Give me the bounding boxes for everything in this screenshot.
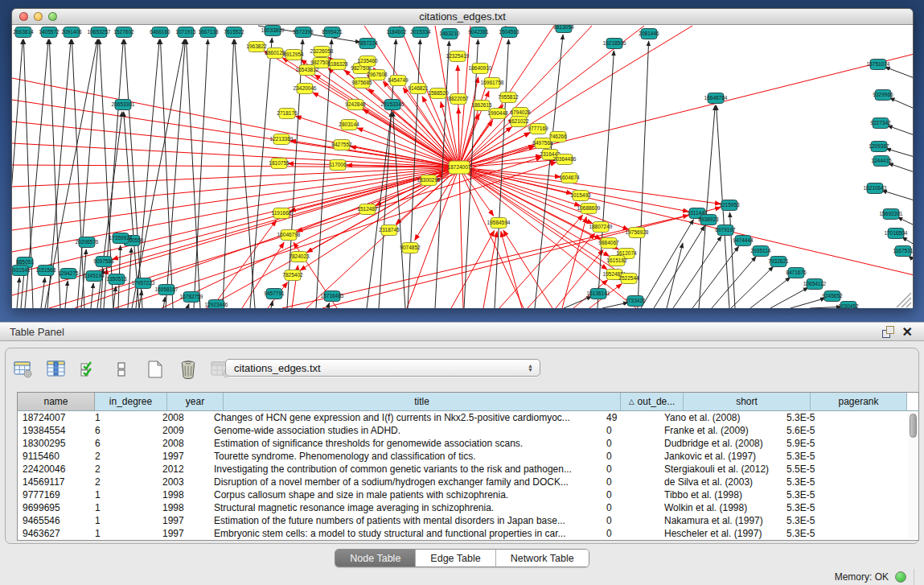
graph-edge[interactable] xyxy=(885,67,913,78)
table-cell[interactable]: 2012 xyxy=(158,463,209,475)
graph-edge[interactable] xyxy=(699,105,715,308)
table-cell[interactable]: 0 xyxy=(602,425,659,436)
table-row[interactable]: 946554611997Estimation of the future num… xyxy=(18,514,918,527)
graph-edge[interactable] xyxy=(458,108,459,167)
table-cell[interactable]: Hescheler et al. (1997) xyxy=(659,528,782,539)
graph-node[interactable]: 18640910 xyxy=(469,64,492,74)
graph-edge[interactable] xyxy=(459,26,592,167)
graph-edge[interactable] xyxy=(223,39,234,308)
table-row[interactable]: 1938455462009Genome-wide association stu… xyxy=(18,424,918,437)
graph-node[interactable]: 8186328 xyxy=(327,60,348,70)
graph-edge[interactable] xyxy=(499,215,583,308)
graph-node[interactable]: 16046798 xyxy=(277,230,301,241)
table-row[interactable]: 1830029562008Estimation of significance … xyxy=(18,437,918,450)
graph-node[interactable]: 1345194 xyxy=(84,271,105,282)
graph-node[interactable]: 20364486 xyxy=(553,154,577,165)
graph-edge[interactable] xyxy=(556,250,603,308)
table-cell[interactable]: 5.3E-5 xyxy=(782,451,873,462)
window-resize-grip[interactable] xyxy=(897,293,911,307)
graph-node[interactable]: 19218506 xyxy=(603,39,626,49)
table-cell[interactable]: Wolkin et al. (1998) xyxy=(659,502,782,513)
graph-edge[interactable] xyxy=(128,248,131,308)
graph-edge[interactable] xyxy=(889,98,913,109)
table-cell[interactable]: 2008 xyxy=(158,438,209,449)
graph-node[interactable]: 2663814 xyxy=(13,27,34,38)
graph-edge[interactable] xyxy=(287,39,302,308)
graph-node[interactable]: 20653301 xyxy=(112,100,135,110)
table-cell[interactable]: Structural magnetic resonance image aver… xyxy=(209,502,602,513)
table-cell[interactable]: 1 xyxy=(90,502,158,513)
graph-edge[interactable] xyxy=(162,133,530,308)
stacked-rows-button[interactable] xyxy=(111,359,133,380)
table-row[interactable]: 911546021997Tourette syndrome. Phenomeno… xyxy=(18,450,918,463)
graph-node[interactable]: 7824023 xyxy=(289,252,310,262)
float-panel-icon[interactable] xyxy=(882,326,894,338)
graph-node[interactable]: 16961758 xyxy=(481,78,504,89)
table-cell[interactable]: 2008 xyxy=(158,412,209,423)
column-header-out_de[interactable]: △out_de... xyxy=(621,393,684,410)
graph-node[interactable]: 16136141 xyxy=(587,289,610,299)
table-cell[interactable]: 14569117 xyxy=(18,476,90,488)
graph-node[interactable]: 18807249 xyxy=(589,222,613,233)
table-row[interactable]: 1456911722003Disruption of a novel membe… xyxy=(18,476,918,488)
graph-edge[interactable] xyxy=(271,301,273,308)
graph-node[interactable]: 117006 xyxy=(329,160,347,171)
graph-edge[interactable] xyxy=(641,220,693,308)
graph-edge[interactable] xyxy=(72,39,84,308)
table-cell[interactable]: 5.3E-5 xyxy=(782,489,873,501)
graph-node[interactable]: 12325419 xyxy=(446,51,470,62)
table-cell[interactable]: 1 xyxy=(90,489,158,501)
table-cell[interactable]: Jankovic et al. (1997) xyxy=(659,451,782,462)
table-cell[interactable]: 1 xyxy=(90,412,158,423)
graph-node[interactable]: 1071915 xyxy=(175,27,196,38)
table-cell[interactable]: 0 xyxy=(602,476,659,488)
graph-node[interactable]: 8813054 xyxy=(553,25,574,33)
table-cell[interactable]: Investigating the contribution of common… xyxy=(209,463,602,475)
graph-node[interactable]: 1244415 xyxy=(871,156,892,167)
graph-node[interactable]: 15751074 xyxy=(867,60,890,70)
graph-node[interactable]: 1209387 xyxy=(869,142,889,152)
table-cell[interactable]: Embryonic stem cells: a model to study s… xyxy=(209,528,602,539)
graph-node[interactable]: 1151568 xyxy=(36,266,56,276)
show-columns-button[interactable] xyxy=(45,359,68,380)
graph-node[interactable]: 1588520 xyxy=(428,89,449,99)
table-cell[interactable]: 0 xyxy=(602,451,659,462)
table-row[interactable]: 946362711997Embryonic stem cells: a mode… xyxy=(18,527,918,540)
graph-edge[interactable] xyxy=(77,39,98,308)
table-cell[interactable]: Estimation of the future numbers of pati… xyxy=(209,515,602,526)
table-cell[interactable]: 5.6E-5 xyxy=(782,425,873,436)
graph-node[interactable]: 15716485 xyxy=(321,291,344,302)
table-cell[interactable]: 0 xyxy=(602,515,659,526)
close-panel-icon[interactable]: ✕ xyxy=(902,326,913,338)
graph-edge[interactable] xyxy=(654,226,704,308)
graph-edge[interactable] xyxy=(882,191,913,200)
graph-edge[interactable] xyxy=(41,278,45,308)
graph-node[interactable]: 17957223 xyxy=(132,278,155,289)
tab-network-table[interactable]: Network Table xyxy=(496,550,589,566)
table-cell[interactable]: 19384554 xyxy=(18,425,90,436)
table-cell[interactable]: 1 xyxy=(90,515,158,526)
graph-edge[interactable] xyxy=(132,39,184,308)
graph-edge[interactable] xyxy=(810,307,841,308)
graph-edge[interactable] xyxy=(503,230,552,308)
new-document-button[interactable] xyxy=(144,359,166,380)
graph-edge[interactable] xyxy=(91,283,93,308)
network-view[interactable]: 1872400726638141405572209140610653257152… xyxy=(12,25,913,308)
table-cell[interactable]: Franke et al. (2009) xyxy=(659,425,782,436)
graph-edge[interactable] xyxy=(393,112,405,308)
graph-node[interactable]: 8938923 xyxy=(698,215,719,225)
table-cell[interactable]: 0 xyxy=(602,502,659,513)
graph-edge[interactable] xyxy=(194,39,208,308)
table-cell[interactable]: Dudbridge et al. (2008) xyxy=(659,438,782,449)
graph-edge[interactable] xyxy=(113,286,116,308)
graph-edge[interactable] xyxy=(731,266,774,308)
graph-edge[interactable] xyxy=(451,231,495,308)
graph-node[interactable]: 2081446 xyxy=(639,29,659,39)
graph-edge[interactable] xyxy=(187,303,189,308)
column-header-name[interactable]: name xyxy=(18,393,95,410)
graph-node[interactable]: 8595421 xyxy=(322,27,343,38)
column-header-pagerank[interactable]: pagerank xyxy=(811,393,907,410)
column-header-short[interactable]: short xyxy=(684,393,811,410)
graph-node[interactable]: 10653257 xyxy=(88,27,111,38)
graph-node[interactable]: 10688609 xyxy=(577,204,601,214)
